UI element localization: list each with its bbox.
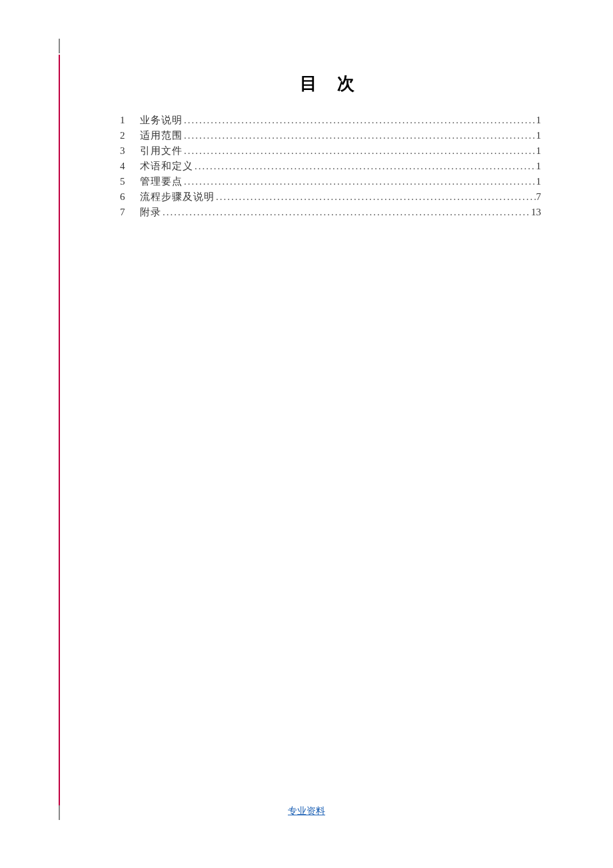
toc-entry[interactable]: 2 适用范围 .................................…: [120, 128, 541, 143]
toc-entry[interactable]: 6 流程步骤及说明 ..............................…: [120, 189, 541, 205]
toc-number: 7: [120, 205, 140, 220]
toc-page-number: 1: [536, 159, 542, 174]
toc-page-number: 13: [531, 205, 541, 220]
toc-number: 2: [120, 128, 140, 143]
content-area: 目次 1 业务说明 ..............................…: [60, 72, 554, 220]
toc-label: 管理要点: [140, 174, 183, 189]
toc-entry[interactable]: 1 业务说明 .................................…: [120, 113, 541, 128]
toc-leader-dots: ........................................…: [161, 205, 531, 220]
toc-label: 流程步骤及说明: [140, 189, 215, 205]
toc-leader-dots: ........................................…: [183, 174, 536, 189]
toc-label: 业务说明: [140, 113, 183, 128]
toc-label: 附录: [140, 205, 161, 220]
footer-link[interactable]: 专业资料: [288, 805, 325, 817]
text-cursor-top: [59, 39, 60, 53]
toc-entry[interactable]: 4 术语和定义 ................................…: [120, 159, 541, 174]
toc-label: 引用文件: [140, 143, 183, 159]
toc-number: 1: [120, 113, 140, 128]
toc-label: 适用范围: [140, 128, 183, 143]
toc-list: 1 业务说明 .................................…: [120, 113, 554, 220]
toc-leader-dots: ........................................…: [215, 189, 536, 205]
toc-leader-dots: ........................................…: [183, 113, 536, 128]
toc-page-number: 1: [536, 128, 542, 143]
text-cursor-bottom: [59, 805, 60, 820]
toc-number: 3: [120, 143, 140, 159]
toc-entry[interactable]: 3 引用文件 .................................…: [120, 143, 541, 159]
toc-leader-dots: ........................................…: [183, 128, 536, 143]
toc-page-number: 7: [536, 189, 542, 205]
toc-number: 5: [120, 174, 140, 189]
toc-entry[interactable]: 5 管理要点 .................................…: [120, 174, 541, 189]
toc-number: 4: [120, 159, 140, 174]
toc-entry[interactable]: 7 附录 ...................................…: [120, 205, 541, 220]
toc-leader-dots: ........................................…: [193, 159, 536, 174]
toc-title: 目次: [120, 72, 554, 95]
toc-page-number: 1: [536, 174, 542, 189]
toc-label: 术语和定义: [140, 159, 193, 174]
toc-number: 6: [120, 189, 140, 205]
toc-leader-dots: ........................................…: [183, 143, 536, 159]
page-border: 目次 1 业务说明 ..............................…: [59, 55, 554, 813]
toc-page-number: 1: [536, 113, 542, 128]
toc-page-number: 1: [536, 143, 542, 159]
